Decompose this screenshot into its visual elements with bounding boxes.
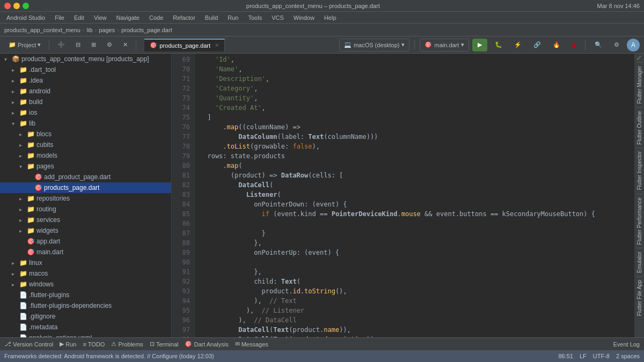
tree-item-android[interactable]: ▸📁android — [0, 86, 171, 97]
project-dropdown-btn[interactable]: 📁 Project ▾ — [4, 39, 45, 51]
flutter-manager-panel[interactable]: Flutter Manager — [636, 62, 642, 107]
menu-navigate[interactable]: Navigate — [112, 13, 144, 22]
tree-item-build[interactable]: ▸📁build — [0, 97, 171, 107]
version-control-btn[interactable]: ⎇ Version Control — [4, 341, 53, 348]
maximize-window-button[interactable] — [23, 3, 29, 9]
code-content[interactable]: 'Id', 'Name', 'Description', 'Category',… — [195, 54, 634, 337]
menu-file[interactable]: File — [50, 13, 69, 22]
todo-btn[interactable]: ≡ TODO — [83, 341, 105, 348]
code-editor[interactable]: 69 70 71 72 73 74 75 76 77 78 79 80 81 8… — [172, 54, 634, 337]
menu-android-studio[interactable]: Android Studio — [2, 13, 49, 22]
menu-build[interactable]: Build — [201, 13, 222, 22]
run-panel-btn[interactable]: ▶ Run — [60, 341, 76, 348]
tree-item-cubits[interactable]: ▸📁cubits — [0, 139, 171, 150]
code-line-85: if (event.kind == PointerDeviceKind.mous… — [200, 209, 630, 219]
tree-item-add_product_page[interactable]: 🎯add_product_page.dart — [0, 172, 171, 182]
line-num-85: 85 — [172, 209, 190, 219]
menu-edit[interactable]: Edit — [70, 13, 89, 22]
tree-item-linux[interactable]: ▸📁linux — [0, 257, 171, 268]
run-button[interactable]: ▶ — [472, 39, 487, 51]
tree-item-flutter_plugins_dep[interactable]: 📄.flutter-plugins-dependencies — [0, 300, 171, 311]
tree-item-products_app_context_menu[interactable]: ▾📦products_app_context_menu [products_ap… — [0, 54, 171, 64]
menu-run[interactable]: Run — [223, 13, 243, 22]
tab-close-icon[interactable]: ✕ — [215, 42, 219, 48]
breadcrumb-part1[interactable]: products_app_context_menu — [4, 27, 80, 33]
code-line-87: } — [200, 228, 630, 238]
breadcrumb-sep2: › — [95, 27, 97, 33]
tree-item-ios[interactable]: ▸📁ios — [0, 107, 171, 118]
line-num-76: 76 — [172, 122, 190, 132]
tree-item-flutter_plugins[interactable]: 📄.flutter-plugins — [0, 290, 171, 300]
breadcrumb-part2[interactable]: lib — [87, 27, 93, 33]
toolbar-expand-btn[interactable]: ⊞ — [87, 39, 100, 51]
tree-item-lib[interactable]: ▾📁lib — [0, 118, 171, 129]
menu-tools[interactable]: Tools — [244, 13, 266, 22]
toolbar-sep1 — [49, 40, 49, 50]
menu-code[interactable]: Code — [145, 13, 167, 22]
event-log-btn[interactable]: Event Log — [613, 341, 640, 348]
device-dropdown[interactable]: 💻 macOS (desktop) ▾ — [339, 39, 410, 51]
code-line-81: (product) => DataRow(cells: [ — [200, 171, 630, 180]
tree-item-dart_tool[interactable]: ▸📁.dart_tool — [0, 64, 171, 75]
flutter-outline-panel[interactable]: Flutter Outline — [636, 107, 642, 148]
tab-label: products_page.dart — [159, 42, 210, 49]
tree-item-routing[interactable]: ▸📁routing — [0, 204, 171, 215]
menu-vcs[interactable]: VCS — [267, 13, 288, 22]
tree-item-products_page[interactable]: 🎯products_page.dart — [0, 182, 171, 193]
tree-item-gitignore[interactable]: 📄.gitignore — [0, 311, 171, 322]
tree-item-app_dart[interactable]: 🎯app.dart — [0, 236, 171, 247]
profile-button[interactable]: ⚡ — [510, 39, 526, 51]
breadcrumb-part3[interactable]: pages — [99, 27, 115, 33]
flutter-performance-panel[interactable]: Flutter Performance — [636, 194, 642, 248]
tree-item-idea[interactable]: ▸📁.idea — [0, 75, 171, 86]
toolbar-add-btn[interactable]: ➕ — [53, 39, 69, 51]
tree-item-main_dart[interactable]: 🎯main.dart — [0, 247, 171, 257]
flutter-inspector-panel[interactable]: Flutter Inspector — [636, 147, 642, 193]
close-window-button[interactable] — [4, 3, 11, 9]
dart-analysis-btn[interactable]: 🎯 Dart Analysis — [185, 341, 228, 348]
messages-btn[interactable]: ✉ Messages — [235, 341, 268, 348]
menu-help[interactable]: Help — [320, 13, 341, 22]
flutter-file-app-panel[interactable]: Flutter File App — [636, 276, 642, 319]
tree-item-repositories[interactable]: ▸📁repositories — [0, 193, 171, 204]
stop-button[interactable]: ■ — [568, 39, 580, 51]
line-num-93: 93 — [172, 286, 190, 296]
tree-item-services[interactable]: ▸📁services — [0, 215, 171, 225]
tree-item-widgets[interactable]: ▸📁widgets — [0, 225, 171, 236]
debug-button[interactable]: 🐛 — [491, 39, 507, 51]
attach-button[interactable]: 🔗 — [529, 39, 545, 51]
terminal-btn[interactable]: ⊡ Terminal — [150, 341, 179, 348]
toolbar-close-btn[interactable]: ✕ — [119, 39, 132, 51]
menu-refactor[interactable]: Refactor — [169, 13, 200, 22]
window-title: products_app_context_menu – products_pag… — [33, 3, 593, 9]
line-num-73: 73 — [172, 93, 190, 103]
hot-reload-button[interactable]: 🔥 — [548, 39, 565, 51]
tree-item-models[interactable]: ▸📁models — [0, 150, 171, 161]
search-everywhere-button[interactable]: 🔍 — [590, 39, 606, 51]
menu-window[interactable]: Window — [289, 13, 319, 22]
breadcrumb-sep3: › — [117, 27, 119, 33]
tree-item-analysis_options[interactable]: 📄analysis_options.yaml — [0, 333, 171, 337]
code-line-75: ] — [200, 113, 630, 122]
tree-item-metadata[interactable]: 📄.metadata — [0, 322, 171, 333]
menu-view[interactable]: View — [90, 13, 111, 22]
minimize-window-button[interactable] — [13, 3, 20, 9]
tree-item-macos[interactable]: ▸📁macos — [0, 268, 171, 279]
tree-item-pages[interactable]: ▾📁pages — [0, 161, 171, 172]
run-dart-icon: 🎯 — [425, 41, 432, 48]
line-num-96: 96 — [172, 315, 190, 325]
messages-icon: ✉ — [235, 341, 240, 348]
window-controls[interactable] — [4, 3, 29, 9]
run-config-chevron: ▾ — [461, 41, 464, 48]
tab-products-page[interactable]: 🎯 products_page.dart ✕ — [144, 39, 225, 51]
breadcrumb-part4[interactable]: products_page.dart — [121, 27, 172, 33]
avatar[interactable]: A — [627, 39, 640, 51]
run-config-dropdown[interactable]: 🎯 main.dart ▾ — [420, 39, 469, 51]
settings-gear-button[interactable]: ⚙ — [610, 39, 624, 51]
problems-btn[interactable]: ⚠ Problems — [111, 341, 143, 348]
tree-item-windows[interactable]: ▸📁windows — [0, 279, 171, 290]
toolbar-collapse-btn[interactable]: ⊟ — [71, 39, 85, 51]
tree-item-blocs[interactable]: ▸📁blocs — [0, 129, 171, 139]
toolbar-settings-btn[interactable]: ⚙ — [103, 39, 116, 51]
emulator-panel[interactable]: Emulator — [636, 248, 642, 276]
